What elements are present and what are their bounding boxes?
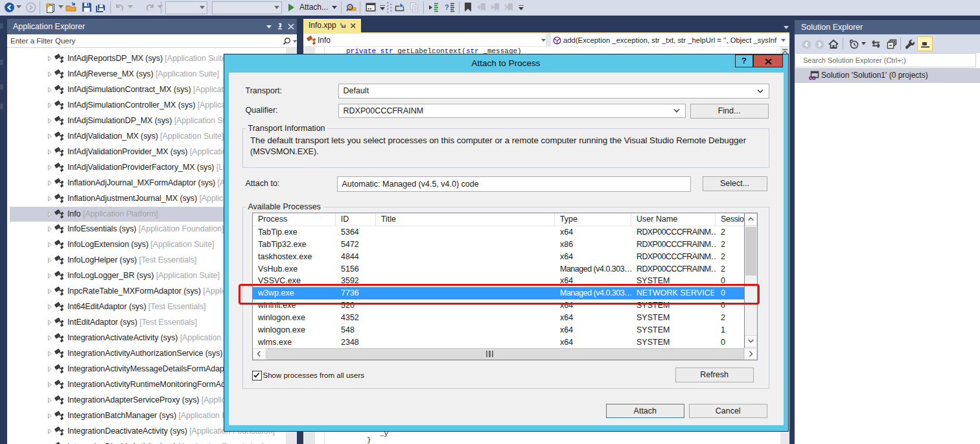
svg-text:∞: ∞: [809, 72, 816, 82]
svg-text:?: ?: [445, 3, 449, 11]
